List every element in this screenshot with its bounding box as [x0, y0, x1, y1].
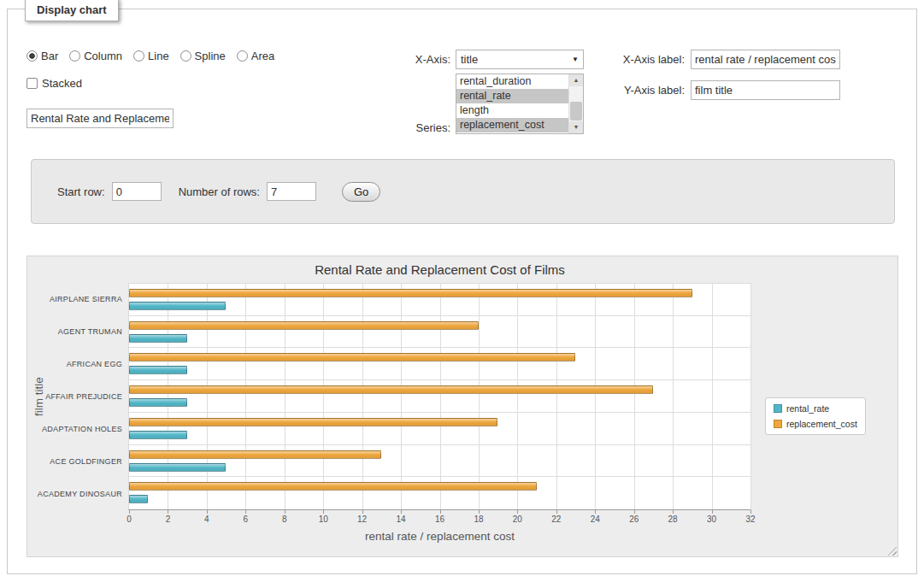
category-band — [129, 348, 750, 380]
category-label: ACADEMY DINOSAUR — [27, 478, 122, 510]
x-tick-label: 16 — [435, 514, 444, 524]
category-label: AFFAIR PREJUDICE — [27, 380, 122, 413]
x-tick-mark — [129, 510, 130, 514]
number-of-rows-input[interactable] — [267, 182, 316, 201]
x-tick-mark — [207, 510, 208, 514]
x-tick-mark — [634, 510, 635, 514]
start-row-label: Start row: — [57, 185, 105, 198]
chart-type-radio-column[interactable] — [69, 50, 80, 62]
chart-type-column[interactable]: Column — [69, 50, 122, 62]
series-label: Series: — [333, 121, 450, 134]
stacked-option[interactable]: Stacked — [26, 77, 82, 90]
bar-rental_rate — [129, 334, 187, 343]
chart-type-line[interactable]: Line — [133, 50, 169, 62]
x-tick-label: 6 — [244, 514, 249, 524]
chart-type-label: Spline — [195, 50, 226, 62]
category-label: AFRICAN EGG — [27, 348, 122, 380]
x-tick-label: 2 — [166, 514, 171, 524]
category-label: ACE GOLDFINGER — [27, 445, 122, 478]
chart-type-label: Bar — [41, 50, 58, 62]
x-tick-mark — [673, 510, 674, 514]
x-tick-mark — [285, 510, 285, 514]
x-tick-label: 24 — [591, 514, 600, 524]
bar-replacement_cost — [129, 418, 497, 426]
panel-title: Display chart — [25, 0, 119, 21]
legend-label: rental_rate — [786, 403, 829, 414]
go-button[interactable]: Go — [342, 182, 380, 202]
x-tick-mark — [750, 510, 751, 514]
x-axis-label-label: X-Axis label: — [563, 53, 685, 66]
series-listbox[interactable]: rental_durationrental_ratelengthreplacem… — [456, 73, 584, 134]
legend-swatch — [774, 420, 782, 428]
chart-x-axis-title: rental rate / replacement cost — [128, 530, 751, 543]
x-tick-label: 0 — [127, 514, 132, 524]
chart-type-label: Area — [251, 50, 274, 62]
chart-type-radio-bar[interactable] — [26, 50, 38, 62]
bar-rental_rate — [129, 463, 226, 472]
series-option-replacement_cost[interactable]: replacement_cost — [456, 118, 569, 132]
row-range-panel: Start row: Number of rows: Go — [31, 159, 895, 224]
x-tick-mark — [556, 510, 557, 514]
category-band — [129, 284, 750, 316]
bar-replacement_cost — [129, 289, 692, 297]
y-axis-label-input[interactable] — [691, 80, 840, 100]
x-tick-mark — [362, 510, 363, 514]
x-tick-mark — [245, 510, 246, 514]
stacked-label: Stacked — [42, 77, 82, 90]
bar-replacement_cost — [129, 353, 575, 362]
chart-type-radio-spline[interactable] — [180, 50, 191, 62]
series-option-rental_rate[interactable]: rental_rate — [456, 89, 569, 103]
x-tick-mark — [168, 510, 168, 514]
x-tick-label: 26 — [629, 514, 639, 524]
category-label: AGENT TRUMAN — [27, 315, 122, 348]
bar-rental_rate — [129, 398, 187, 407]
stacked-checkbox[interactable] — [26, 78, 38, 89]
series-option-length[interactable]: length — [456, 103, 569, 118]
chart-title-input[interactable] — [26, 109, 174, 128]
x-axis-label-input[interactable] — [691, 50, 840, 69]
x-tick-label: 12 — [357, 514, 367, 524]
legend-item-replacement_cost[interactable]: replacement_cost — [774, 419, 857, 429]
chart-type-radio-line[interactable] — [133, 50, 144, 62]
x-tick-label: 14 — [397, 514, 406, 524]
series-listbox-options: rental_durationrental_ratelengthreplacem… — [456, 74, 569, 133]
bar-rental_rate — [129, 302, 226, 310]
chart-type-bar[interactable]: Bar — [26, 50, 58, 62]
bar-replacement_cost — [129, 321, 479, 330]
chart-type-label: Column — [84, 50, 122, 62]
y-axis-label-label: Y-Axis label: — [563, 84, 685, 97]
x-tick-mark — [323, 510, 324, 514]
scrollbar-thumb[interactable] — [570, 102, 582, 121]
x-tick-label: 10 — [319, 514, 328, 524]
number-of-rows-label: Number of rows: — [179, 185, 260, 198]
chart-panel: Rental Rate and Replacement Cost of Film… — [26, 256, 898, 557]
legend-item-rental_rate[interactable]: rental_rate — [774, 403, 857, 414]
category-band — [129, 380, 750, 413]
bar-rental_rate — [129, 431, 187, 439]
chart-type-area[interactable]: Area — [237, 50, 274, 62]
x-tick-mark — [517, 510, 518, 514]
x-axis-select-label: X-Axis: — [333, 53, 450, 66]
x-tick-mark — [440, 510, 441, 514]
x-tick-mark — [595, 510, 596, 514]
x-tick-mark — [712, 510, 713, 514]
legend-label: replacement_cost — [786, 419, 857, 429]
gridline — [750, 284, 751, 509]
scroll-down-icon[interactable]: ▼ — [569, 121, 583, 133]
legend-swatch — [774, 404, 782, 413]
series-option-rental_duration[interactable]: rental_duration — [456, 74, 569, 89]
bar-replacement_cost — [129, 450, 381, 459]
x-tick-label: 30 — [707, 514, 716, 524]
start-row-input[interactable] — [112, 182, 162, 201]
chart-type-radio-area[interactable] — [237, 50, 248, 62]
bar-replacement_cost — [129, 385, 653, 394]
x-tick-label: 8 — [282, 514, 287, 524]
bar-rental_rate — [129, 366, 187, 374]
chart-type-label: Line — [148, 50, 169, 62]
chart-type-spline[interactable]: Spline — [180, 50, 226, 62]
x-tick-label: 4 — [204, 514, 209, 524]
category-band — [129, 445, 750, 478]
x-tick-label: 28 — [668, 514, 678, 524]
resize-grip-icon[interactable] — [887, 546, 897, 556]
x-tick-label: 32 — [745, 514, 755, 524]
